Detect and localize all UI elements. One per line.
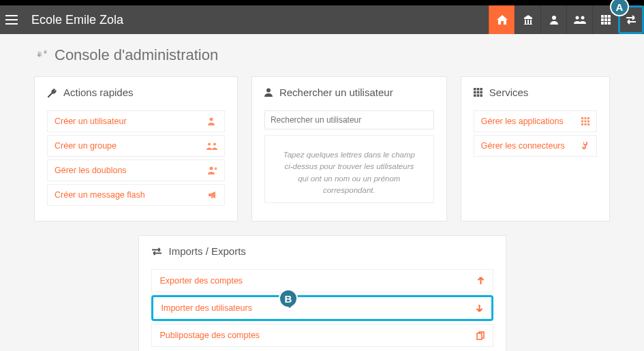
card-title-services: Services [474,87,597,98]
svg-point-1 [575,16,579,20]
svg-rect-26 [476,94,479,97]
grid-icon [601,15,611,25]
svg-point-16 [213,142,216,145]
wrench-icon [47,88,57,97]
svg-point-2 [581,16,584,20]
svg-rect-32 [585,121,587,123]
callout-b: B [279,289,298,308]
svg-rect-31 [581,121,583,123]
svg-rect-11 [608,22,611,25]
svg-rect-33 [587,121,589,123]
group-icon [206,142,217,150]
service-connectors[interactable]: Gérer les connecteurs [474,135,597,157]
svg-rect-37 [477,333,482,339]
user-x-icon [208,166,217,174]
svg-rect-28 [581,117,583,119]
svg-rect-22 [474,91,476,94]
card-services: Services Gérer les applications Gérer le… [461,76,610,222]
bullhorn-icon [208,191,217,199]
arrow-up-icon [477,277,485,285]
action-label: Publipostage des comptes [160,331,260,340]
svg-rect-3 [601,15,604,18]
svg-rect-36 [587,123,589,125]
svg-point-14 [209,118,213,121]
gears-icon [34,48,49,62]
svg-rect-6 [601,18,604,21]
user-icon [264,88,273,97]
ie-export-accounts[interactable]: Exporter des comptes [151,269,493,292]
user-search-results[interactable]: Tapez quelques lettres dans le champ ci-… [264,135,434,203]
action-label: Créer un utilisateur [55,117,127,126]
search-hint: Tapez quelques lettres dans le champ ci-… [283,151,415,194]
action-flash-message[interactable]: Créer un message flash [47,184,225,206]
nav-home[interactable] [489,5,515,34]
card-imports-exports: Imports / Exports Exporter des comptes I… [138,235,506,351]
action-create-group[interactable]: Créer un groupe [47,135,225,157]
svg-rect-30 [587,117,589,119]
group-icon [574,16,586,24]
action-create-user[interactable]: Créer un utilisateur [47,110,225,132]
action-label: Gérer les doublons [55,166,127,175]
plug-icon [581,142,589,151]
card-user-search: Rechercher un utilisateur Tapez quelques… [251,76,447,222]
school-icon [523,15,534,25]
svg-rect-4 [604,15,607,18]
arrow-down-icon [476,304,483,312]
svg-point-18 [266,89,271,93]
service-apps[interactable]: Gérer les applications [474,110,597,132]
svg-rect-20 [476,88,479,91]
grid-icon [581,117,589,125]
top-bar: Ecole Emile Zola [0,5,644,34]
svg-rect-35 [585,123,587,125]
user-icon [549,15,559,25]
action-label: Importer des utilisateurs [162,303,252,313]
action-label: Exporter des comptes [160,276,243,286]
card-title-imports-exports: Imports / Exports [151,245,493,257]
svg-rect-34 [581,123,583,125]
svg-point-15 [208,142,211,145]
user-search-input[interactable] [264,110,434,129]
svg-rect-9 [601,22,604,25]
svg-point-17 [209,167,213,170]
svg-rect-29 [585,117,587,119]
action-label: Créer un groupe [55,141,117,151]
card-title-user-search: Rechercher un utilisateur [264,87,434,98]
transfer-icon [151,247,162,256]
home-icon [497,15,508,25]
copy-icon [476,331,485,340]
svg-rect-7 [604,18,607,21]
grid-icon [474,88,482,97]
action-label: Gérer les applications [481,117,564,126]
svg-rect-8 [608,18,611,21]
card-quick-actions: Actions rapides Créer un utilisateur Cré… [34,76,238,222]
svg-rect-21 [480,88,482,91]
svg-rect-23 [476,91,479,94]
nav-group[interactable] [566,5,592,34]
school-name: Ecole Emile Zola [31,13,123,27]
action-label: Gérer les connecteurs [481,141,565,151]
user-plus-icon [208,117,217,125]
svg-rect-10 [604,22,607,25]
svg-point-0 [552,16,556,20]
nav-user[interactable] [540,5,566,34]
ie-mailmerge-accounts[interactable]: Publipostage des comptes [151,324,493,347]
svg-rect-19 [474,88,476,91]
svg-rect-25 [474,94,476,97]
menu-icon[interactable] [5,15,22,25]
svg-rect-5 [608,15,611,18]
svg-rect-27 [480,94,482,97]
ie-import-users[interactable]: Importer des utilisateurs [151,295,493,321]
page-title: Console d'administration [34,46,610,64]
action-label: Créer un message flash [55,190,145,200]
svg-rect-24 [480,91,482,94]
action-manage-duplicates[interactable]: Gérer les doublons [47,159,225,181]
nav-school[interactable] [515,5,540,34]
card-title-quick-actions: Actions rapides [47,87,225,98]
transfer-icon [625,15,637,25]
